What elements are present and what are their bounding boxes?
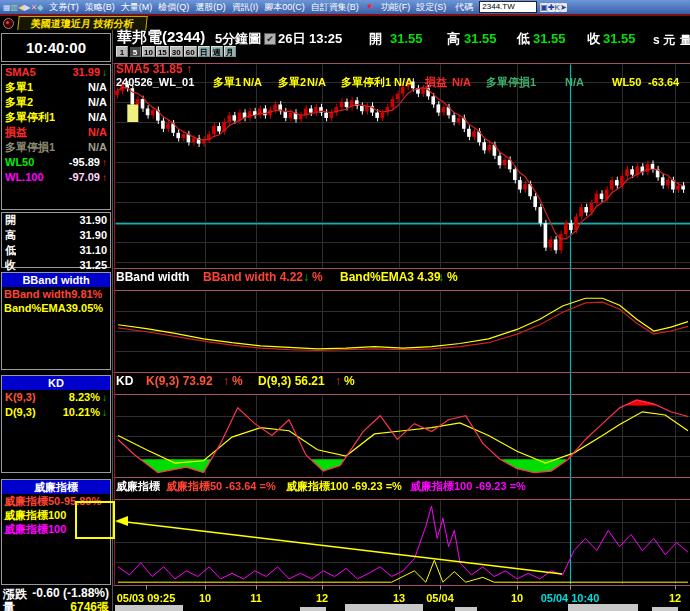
row-value: 10.21% (63, 405, 100, 420)
volume-value: 6746張 (70, 599, 109, 611)
menu-item[interactable]: 策略(B) (82, 2, 118, 12)
volume-row: 量 6746張 (1, 599, 111, 611)
trend-arrow-icon: ↓ (102, 65, 107, 80)
menu-item[interactable]: 選股(D) (192, 2, 229, 12)
status-led-icon[interactable] (3, 18, 14, 29)
period-button-10[interactable]: 10 (142, 46, 155, 57)
chart-overlay-label: ↑ (335, 375, 341, 387)
chart-overlay-label: SMA5 31.85 (116, 63, 183, 75)
time-axis-label: 05/04 (426, 592, 454, 604)
panel-icon[interactable]: ▣ (540, 3, 548, 12)
time-axis-label: 10 (199, 592, 211, 604)
chart-overlay-label: ↑ (186, 63, 192, 75)
chart-header-label: 開 (369, 33, 382, 45)
chart-overlay-label: % (344, 375, 355, 387)
chart-canvas[interactable] (113, 30, 690, 611)
chart-header-label: 5分鐘圖 (215, 33, 261, 45)
chart-overlay-label: N/A (307, 76, 326, 88)
row-label: 收 (5, 258, 16, 273)
chart-header-label: 31.55 (603, 33, 636, 45)
menu-item[interactable]: 設定(S) (413, 2, 449, 12)
menu-items-2: 功能(F)設定(S) (378, 1, 450, 14)
row-value: 8.23% (69, 390, 100, 405)
time-axis-label: 10 (511, 592, 523, 604)
row-value: -97.09 (69, 170, 100, 185)
chart-header-label: 31.55 (464, 33, 497, 45)
menu-item[interactable]: 自訂資集(B) (308, 2, 362, 12)
trend-arrow-icon: ↓ (102, 405, 107, 420)
indicator-values-box: SMA531.99↓多單1N/A多單2N/A多單停利1N/A損益N/A多單停損1… (1, 64, 111, 210)
period-button-60[interactable]: 60 (184, 46, 197, 57)
row-value: N/A (88, 95, 107, 110)
row-label: D(9,3) (5, 405, 36, 420)
trend-arrow-icon: ↑ (102, 170, 107, 185)
clock: 10:40:00 (1, 33, 111, 62)
period-button-月[interactable]: 月 (224, 46, 236, 57)
left-sidebar: 10:40:00 SMA531.99↓多單1N/A多單2N/A多單停利1N/A損… (0, 30, 113, 611)
kd-box: KDK(9,3)8.23%↓D(9,3)10.21%↓ (1, 375, 111, 473)
chart-overlay-label: N/A (394, 76, 413, 88)
trend-arrow-icon: ↑ (102, 155, 107, 170)
row-label: WL50 (5, 155, 34, 170)
code-input[interactable] (479, 1, 537, 13)
indicator-row: WL50-95.89↑ (2, 155, 110, 170)
grid-icon[interactable]: ▦ (3, 3, 11, 12)
row-label: 損益 (5, 125, 27, 140)
checkbox-icon[interactable]: ✔ (264, 33, 276, 45)
panel-value: BBand width9.81% (2, 287, 110, 301)
row-label: 開 (5, 213, 16, 228)
panel-header: BBand width (2, 273, 110, 287)
cursor-icon[interactable]: ➤ (560, 3, 567, 12)
chart-overlay-label: 多單1 (213, 76, 241, 88)
row-value: 31.25 (79, 258, 107, 273)
chart-overlay-label: % (232, 375, 243, 387)
chart-header-label: s (653, 34, 660, 46)
chart-overlay-label: ↑ (223, 375, 229, 387)
indicator-row: 高31.90 (2, 228, 110, 243)
chart-area: 1510153060日週月 ✔ 華邦電(2344)5分鐘圖26日 13:25開3… (113, 30, 690, 611)
panel-value: Band%EMA39.05% (2, 301, 110, 315)
panel-header: KD (2, 376, 110, 390)
menu-item[interactable]: 大量(M) (118, 2, 156, 12)
diamond-icon[interactable]: ◆ (37, 3, 43, 12)
chart-header-label: 低 (517, 33, 530, 45)
period-button-15[interactable]: 15 (156, 46, 169, 57)
menu-item[interactable]: 檢價(Q) (155, 2, 192, 12)
period-button-日[interactable]: 日 (198, 46, 210, 57)
row-value: 31.10 (79, 243, 107, 258)
heart-icon[interactable]: ♥ (365, 2, 375, 12)
content-area: 10:40:00 SMA531.99↓多單1N/A多單2N/A多單停利1N/A損… (0, 30, 690, 611)
menu-item[interactable]: 功能(F) (378, 2, 414, 12)
chart-overlay-label: ↓ (438, 271, 444, 283)
chart-overlay-label: 威廉指標100 -69.23 =% (410, 480, 526, 492)
chart-overlay-label: KD (116, 375, 133, 387)
time-axis-label: 05/04 10:40 (541, 592, 600, 604)
menu-item[interactable]: 腳本00(C) (261, 2, 308, 12)
row-label: 多單2 (5, 95, 33, 110)
toolbar-right-icons: ▣✚K➤ (540, 2, 566, 13)
chart-overlay-label: Band%EMA3 4.39 (340, 271, 441, 283)
chart-overlay-label: N/A (565, 76, 584, 88)
chart-overlay-label: BBand width 4.22 (203, 271, 303, 283)
period-button-30[interactable]: 30 (170, 46, 183, 57)
window-icon[interactable]: ▥ (11, 3, 19, 12)
period-button-週[interactable]: 週 (211, 46, 223, 57)
add-icon[interactable]: ✚ (548, 3, 555, 12)
chart-overlay-label: K(9,3) 73.92 (146, 375, 213, 387)
row-label: 高 (5, 228, 16, 243)
row-label: 多單1 (5, 80, 33, 95)
chart-overlay-label: % (447, 271, 458, 283)
period-button-bar: 1510153060日週月 (116, 46, 236, 57)
trend-arrow-icon: ↓ (102, 390, 107, 405)
chart-header-label: 元 (663, 34, 675, 46)
row-label: WL.100 (5, 170, 44, 185)
row-value: N/A (88, 80, 107, 95)
period-button-1[interactable]: 1 (116, 46, 128, 57)
menu-item[interactable]: 資訊(I) (229, 2, 262, 12)
chart-overlay-label: % (312, 271, 323, 283)
chart-overlay-label: 240526_WL_01 (116, 76, 194, 88)
chart-overlay-label: -63.64 (648, 76, 679, 88)
period-button-5[interactable]: 5 (129, 46, 141, 57)
row-value: -95.89 (69, 155, 100, 170)
menu-item[interactable]: 文券(T) (46, 2, 82, 12)
